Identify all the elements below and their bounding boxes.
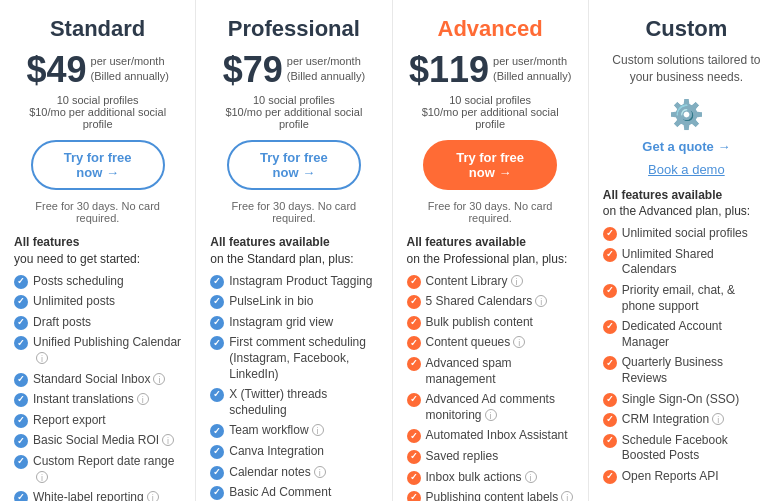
price-row-advanced: $119 per user/month(Billed annually)	[407, 52, 574, 88]
feature-text: Posts scheduling	[33, 274, 124, 290]
check-icon: ✓	[603, 248, 617, 262]
feature-text: Unlimited social profiles	[622, 226, 748, 242]
feature-text: Dedicated Account Manager	[622, 319, 770, 350]
feature-text: Custom Report date rangei	[33, 454, 181, 485]
feature-item: ✓ Standard Social Inboxi	[14, 372, 181, 388]
feature-item: ✓ Content Libraryi	[407, 274, 574, 290]
check-icon: ✓	[603, 470, 617, 484]
feature-text: Instagram grid view	[229, 315, 333, 331]
feature-text: Instagram Product Tagging	[229, 274, 372, 290]
info-icon[interactable]: i	[147, 491, 159, 501]
feature-text: Inbox bulk actionsi	[426, 470, 537, 486]
feature-text: Report export	[33, 413, 106, 429]
price-row-professional: $79 per user/month(Billed annually)	[210, 52, 377, 88]
feature-text: First comment scheduling (Instagram, Fac…	[229, 335, 377, 382]
feature-text: Unified Publishing Calendari	[33, 335, 181, 366]
feature-item: ✓ Unlimited Shared Calendars	[603, 247, 770, 278]
feature-item: ✓ Content queuesi	[407, 335, 574, 351]
feature-text: Calendar notesi	[229, 465, 325, 481]
book-demo-btn[interactable]: Book a demo	[603, 162, 770, 177]
feature-text: Standard Social Inboxi	[33, 372, 165, 388]
check-icon: ✓	[210, 424, 224, 438]
get-quote-btn[interactable]: Get a quote →	[603, 139, 770, 154]
section-title-professional: All features availableon the Standard pl…	[210, 234, 377, 268]
feature-item: ✓ First comment scheduling (Instagram, F…	[210, 335, 377, 382]
feature-item: ✓ Report export	[14, 413, 181, 429]
cta-btn-professional[interactable]: Try for free now →	[227, 140, 361, 190]
feature-text: Content queuesi	[426, 335, 526, 351]
price-row-standard: $49 per user/month(Billed annually)	[14, 52, 181, 88]
feature-item: ✓ Open Reports API	[603, 469, 770, 485]
info-icon[interactable]: i	[153, 373, 165, 385]
check-icon: ✓	[407, 491, 421, 501]
check-icon: ✓	[14, 275, 28, 289]
feature-text: Content Libraryi	[426, 274, 523, 290]
check-icon: ✓	[14, 336, 28, 350]
feature-text: Advanced Ad comments monitoringi	[426, 392, 574, 423]
feature-text: White-label reportingi	[33, 490, 159, 501]
info-icon[interactable]: i	[485, 409, 497, 421]
plan-standard: Standard $49 per user/month(Billed annua…	[0, 0, 196, 501]
feature-text: Saved replies	[426, 449, 499, 465]
check-icon: ✓	[210, 466, 224, 480]
info-icon[interactable]: i	[535, 295, 547, 307]
feature-text: Unlimited Shared Calendars	[622, 247, 770, 278]
feature-text: Basic Ad Comment Monitoringi	[229, 485, 377, 501]
info-icon[interactable]: i	[36, 471, 48, 483]
feature-text: Single Sign-On (SSO)	[622, 392, 739, 408]
feature-text: Open Reports API	[622, 469, 719, 485]
plan-custom: CustomCustom solutions tailored to your …	[589, 0, 784, 501]
section-title-advanced: All features availableon the Professiona…	[407, 234, 574, 268]
feature-text: Quarterly Business Reviews	[622, 355, 770, 386]
feature-list-custom: ✓ Unlimited social profiles ✓ Unlimited …	[603, 226, 770, 484]
feature-item: ✓ Schedule Facebook Boosted Posts	[603, 433, 770, 464]
plan-advanced: Advanced $119 per user/month(Billed annu…	[393, 0, 589, 501]
feature-text: Instant translationsi	[33, 392, 149, 408]
feature-text: Basic Social Media ROIi	[33, 433, 174, 449]
info-icon[interactable]: i	[561, 491, 573, 501]
feature-text: Advanced spam management	[426, 356, 574, 387]
check-icon: ✓	[407, 316, 421, 330]
feature-item: ✓ Unlimited posts	[14, 294, 181, 310]
feature-item: ✓ Posts scheduling	[14, 274, 181, 290]
check-icon: ✓	[14, 393, 28, 407]
info-icon[interactable]: i	[137, 393, 149, 405]
price-amount-standard: $49	[26, 52, 86, 88]
cta-btn-advanced[interactable]: Try for free now →	[423, 140, 557, 190]
feature-text: Schedule Facebook Boosted Posts	[622, 433, 770, 464]
check-icon: ✓	[407, 295, 421, 309]
feature-text: Canva Integration	[229, 444, 324, 460]
info-icon[interactable]: i	[314, 466, 326, 478]
feature-item: ✓ X (Twitter) threads scheduling	[210, 387, 377, 418]
info-icon[interactable]: i	[511, 275, 523, 287]
check-icon: ✓	[14, 455, 28, 469]
info-icon[interactable]: i	[162, 434, 174, 446]
check-icon: ✓	[14, 316, 28, 330]
cta-btn-standard[interactable]: Try for free now →	[31, 140, 165, 190]
info-icon[interactable]: i	[712, 413, 724, 425]
check-icon: ✓	[14, 491, 28, 501]
feature-text: Unlimited posts	[33, 294, 115, 310]
info-icon[interactable]: i	[513, 336, 525, 348]
feature-text: Publishing content labelsi	[426, 490, 574, 501]
feature-item: ✓ 5 Shared Calendarsi	[407, 294, 574, 310]
check-icon: ✓	[14, 373, 28, 387]
check-icon: ✓	[407, 357, 421, 371]
feature-text: X (Twitter) threads scheduling	[229, 387, 377, 418]
check-icon: ✓	[407, 393, 421, 407]
feature-item: ✓ PulseLink in bio	[210, 294, 377, 310]
feature-item: ✓ Instant translationsi	[14, 392, 181, 408]
feature-item: ✓ Unlimited social profiles	[603, 226, 770, 242]
check-icon: ✓	[603, 413, 617, 427]
feature-item: ✓ Instagram Product Tagging	[210, 274, 377, 290]
price-detail-advanced: per user/month(Billed annually)	[493, 52, 571, 85]
feature-item: ✓ CRM Integrationi	[603, 412, 770, 428]
info-icon[interactable]: i	[36, 352, 48, 364]
info-icon[interactable]: i	[312, 424, 324, 436]
check-icon: ✓	[210, 486, 224, 500]
feature-item: ✓ Advanced spam management	[407, 356, 574, 387]
plan-title-custom: Custom	[603, 16, 770, 42]
info-icon[interactable]: i	[525, 471, 537, 483]
check-icon: ✓	[407, 275, 421, 289]
feature-item: ✓ White-label reportingi	[14, 490, 181, 501]
